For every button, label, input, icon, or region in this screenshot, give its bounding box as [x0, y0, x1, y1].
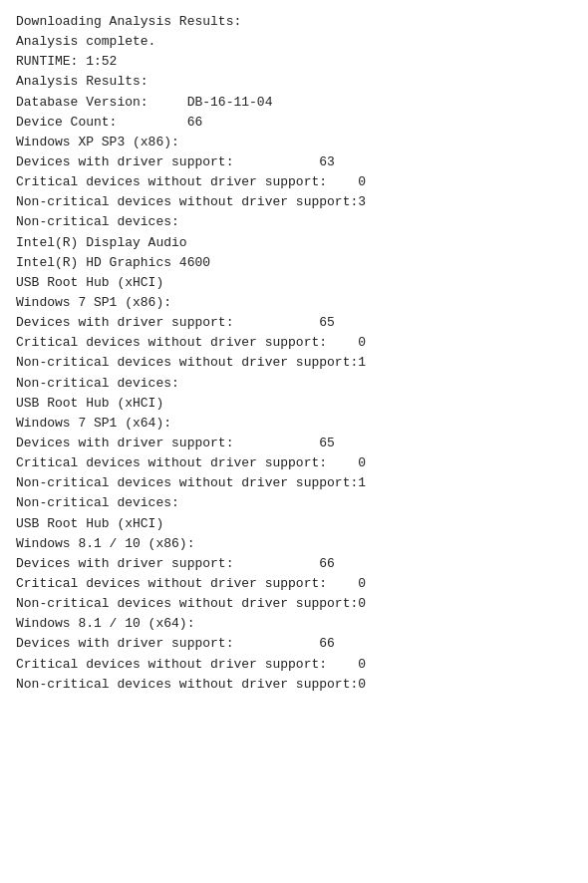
line-9: Device Count: 66: [16, 113, 572, 133]
line-29: Non-critical devices:: [16, 374, 572, 394]
analysis-output: Downloading Analysis Results:Analysis co…: [16, 12, 572, 695]
line-41: USB Root Hub (xHCI): [16, 514, 572, 534]
line-17: Non-critical devices:: [16, 212, 572, 232]
line-0: Downloading Analysis Results:: [16, 12, 572, 32]
line-46: Critical devices without driver support:…: [16, 574, 572, 594]
line-2: Analysis complete.: [16, 32, 572, 52]
line-20: Intel(R) HD Graphics 4600: [16, 253, 572, 273]
line-15: Non-critical devices without driver supp…: [16, 192, 572, 212]
line-23: Windows 7 SP1 (x86):: [16, 293, 572, 313]
line-43: Windows 8.1 / 10 (x86):: [16, 534, 572, 554]
line-8: Database Version: DB-16-11-04: [16, 93, 572, 113]
line-11: Windows XP SP3 (x86):: [16, 133, 572, 152]
line-52: Critical devices without driver support:…: [16, 655, 572, 675]
line-36: Critical devices without driver support:…: [16, 453, 572, 473]
line-13: Devices with driver support: 63: [16, 152, 572, 172]
line-19: Intel(R) Display Audio: [16, 233, 572, 253]
line-51: Devices with driver support: 66: [16, 634, 572, 654]
line-4: RUNTIME: 1:52: [16, 52, 572, 72]
line-33: Windows 7 SP1 (x64):: [16, 414, 572, 434]
line-6: Analysis Results:: [16, 72, 572, 92]
line-27: Non-critical devices without driver supp…: [16, 353, 572, 373]
line-25: Devices with driver support: 65: [16, 313, 572, 333]
line-26: Critical devices without driver support:…: [16, 333, 572, 353]
line-14: Critical devices without driver support:…: [16, 172, 572, 192]
line-45: Devices with driver support: 66: [16, 554, 572, 574]
line-31: USB Root Hub (xHCI): [16, 394, 572, 414]
line-35: Devices with driver support: 65: [16, 434, 572, 453]
line-39: Non-critical devices:: [16, 493, 572, 513]
line-37: Non-critical devices without driver supp…: [16, 473, 572, 493]
line-49: Windows 8.1 / 10 (x64):: [16, 614, 572, 634]
line-21: USB Root Hub (xHCI): [16, 273, 572, 293]
line-47: Non-critical devices without driver supp…: [16, 594, 572, 614]
line-53: Non-critical devices without driver supp…: [16, 675, 572, 695]
